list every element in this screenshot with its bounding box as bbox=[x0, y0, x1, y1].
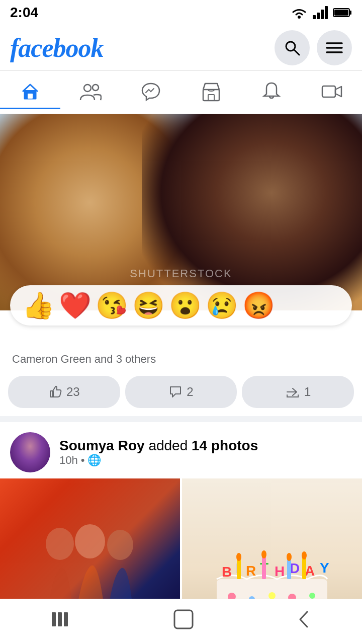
svg-rect-2 bbox=[317, 13, 320, 19]
svg-point-15 bbox=[93, 85, 99, 91]
status-time: 2:04 bbox=[10, 5, 38, 21]
video-icon bbox=[321, 83, 342, 100]
svg-rect-47 bbox=[52, 612, 56, 626]
svg-rect-6 bbox=[350, 11, 351, 15]
search-icon bbox=[284, 39, 301, 56]
wifi-icon bbox=[291, 6, 308, 19]
svg-point-30 bbox=[309, 593, 315, 599]
person-right bbox=[142, 114, 362, 310]
battery-icon bbox=[333, 7, 352, 18]
facebook-logo: facebook bbox=[10, 33, 103, 63]
home-icon bbox=[20, 82, 40, 102]
svg-rect-18 bbox=[322, 86, 335, 97]
header-icons bbox=[275, 30, 352, 65]
reaction-sad[interactable]: 😢 bbox=[206, 292, 238, 318]
svg-rect-48 bbox=[58, 612, 62, 626]
bottom-menu-icon bbox=[51, 610, 71, 628]
svg-text:R: R bbox=[246, 563, 256, 579]
svg-point-44 bbox=[261, 550, 266, 558]
like-count: 23 bbox=[66, 385, 80, 399]
nav-home[interactable] bbox=[0, 75, 60, 109]
status-bar: 2:04 bbox=[0, 0, 362, 25]
bottom-home-button[interactable] bbox=[158, 604, 209, 639]
svg-rect-39 bbox=[237, 559, 241, 579]
svg-point-22 bbox=[75, 524, 105, 558]
marketplace-icon bbox=[201, 82, 221, 102]
bottom-home-icon bbox=[173, 609, 194, 630]
svg-point-0 bbox=[298, 16, 301, 19]
photo-watermark: SHUTTERSTOCK bbox=[0, 267, 362, 280]
like-button[interactable]: 23 bbox=[8, 376, 120, 408]
header: facebook bbox=[0, 25, 362, 71]
svg-rect-49 bbox=[64, 612, 68, 626]
svg-text:D: D bbox=[290, 560, 300, 576]
post2-meta: Soumya Roy added 14 photos 10h • 🌐 bbox=[59, 438, 352, 467]
messenger-icon bbox=[141, 82, 161, 102]
bottom-back-icon bbox=[296, 609, 311, 630]
share-icon bbox=[285, 385, 300, 399]
svg-rect-17 bbox=[208, 95, 214, 101]
svg-point-23 bbox=[107, 530, 133, 560]
reaction-like[interactable]: 👍 bbox=[22, 292, 55, 318]
svg-text:A: A bbox=[305, 563, 315, 579]
thumbs-up-icon bbox=[48, 385, 62, 399]
comment-count: 2 bbox=[187, 385, 193, 399]
svg-point-21 bbox=[46, 528, 74, 560]
avatar bbox=[10, 432, 50, 472]
bottom-menu-button[interactable] bbox=[36, 605, 86, 638]
photo-count: 14 photos bbox=[192, 438, 258, 453]
svg-point-43 bbox=[236, 553, 241, 561]
reaction-wow[interactable]: 😮 bbox=[169, 292, 202, 318]
menu-button[interactable] bbox=[317, 30, 352, 65]
bell-icon bbox=[262, 81, 281, 102]
svg-point-46 bbox=[302, 551, 307, 559]
reaction-love[interactable]: ❤️ bbox=[59, 292, 92, 318]
author-name: Soumya Roy bbox=[59, 438, 145, 453]
share-count: 1 bbox=[304, 385, 311, 399]
svg-rect-13 bbox=[28, 94, 33, 99]
avatar-image bbox=[10, 432, 50, 472]
signal-icon bbox=[313, 6, 328, 19]
svg-rect-4 bbox=[325, 6, 328, 19]
nav-video[interactable] bbox=[302, 77, 362, 108]
svg-point-45 bbox=[287, 553, 292, 561]
reaction-zone: 👍 ❤️ 😘 😆 😮 😢 😡 Cameron Green and 3 other… bbox=[0, 285, 362, 346]
post2-header: Soumya Roy added 14 photos 10h • 🌐 bbox=[0, 422, 362, 478]
search-button[interactable] bbox=[275, 30, 310, 65]
post-image-1: SHUTTERSTOCK bbox=[0, 114, 362, 310]
privacy-icon: 🌐 bbox=[87, 454, 101, 467]
reaction-care[interactable]: 😘 bbox=[96, 292, 128, 318]
svg-rect-7 bbox=[334, 10, 348, 16]
svg-rect-41 bbox=[287, 559, 291, 579]
share-button[interactable]: 1 bbox=[242, 376, 354, 408]
friends-icon bbox=[79, 82, 102, 101]
svg-text:Y: Y bbox=[320, 560, 329, 576]
separator-dot: • bbox=[81, 454, 85, 467]
nav-messenger[interactable] bbox=[121, 75, 181, 109]
nav-marketplace[interactable] bbox=[181, 75, 241, 109]
reactor-names: Cameron Green and 3 others bbox=[12, 353, 156, 366]
action-verb: added bbox=[148, 438, 192, 453]
svg-point-14 bbox=[84, 85, 91, 92]
post2-time: 10h • 🌐 bbox=[59, 454, 352, 467]
svg-text:H: H bbox=[275, 564, 285, 579]
comment-button[interactable]: 2 bbox=[125, 376, 237, 408]
svg-rect-19 bbox=[50, 391, 53, 397]
reaction-angry[interactable]: 😡 bbox=[242, 292, 275, 318]
reaction-bar: 👍 ❤️ 😘 😆 😮 😢 😡 bbox=[10, 285, 352, 326]
comment-icon bbox=[168, 385, 183, 399]
post2-author-line: Soumya Roy added 14 photos bbox=[59, 438, 352, 454]
nav-bar bbox=[0, 71, 362, 114]
nav-friends[interactable] bbox=[60, 76, 121, 109]
svg-text:B: B bbox=[222, 564, 232, 580]
svg-rect-42 bbox=[302, 557, 306, 579]
feed: SHUTTERSTOCK 👍 ❤️ 😘 😆 😮 😢 😡 Cameron Gree… bbox=[0, 114, 362, 644]
svg-line-9 bbox=[294, 50, 299, 55]
svg-rect-3 bbox=[321, 10, 324, 19]
bottom-back-button[interactable] bbox=[281, 604, 326, 639]
nav-notifications[interactable] bbox=[241, 75, 302, 110]
time-ago: 10h bbox=[59, 454, 78, 467]
reaction-haha[interactable]: 😆 bbox=[132, 292, 165, 318]
bottom-nav bbox=[0, 599, 362, 644]
svg-rect-1 bbox=[313, 15, 316, 19]
